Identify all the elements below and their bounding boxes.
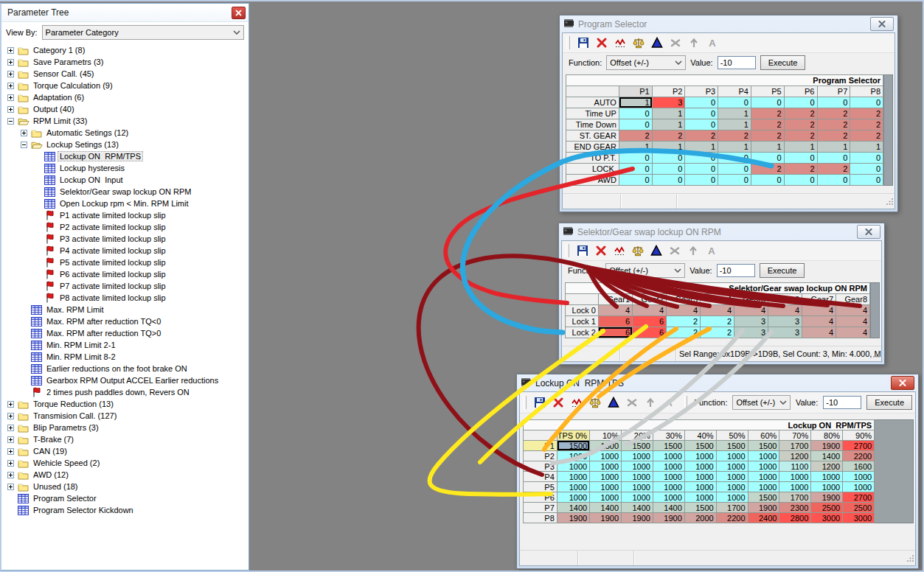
table-cell[interactable]: 1900 bbox=[811, 441, 843, 451]
delete-icon[interactable] bbox=[592, 243, 610, 258]
table-cell[interactable]: 2 bbox=[784, 108, 817, 119]
table-cell[interactable]: 1000 bbox=[684, 482, 716, 492]
tree-expander[interactable] bbox=[21, 130, 31, 136]
table-cell[interactable]: 1000 bbox=[557, 451, 589, 461]
tree-item[interactable]: Lockup ON RPM/TPS bbox=[1, 150, 249, 162]
table-cell[interactable]: 2 bbox=[619, 130, 652, 142]
table-cell[interactable]: 1000 bbox=[748, 482, 779, 492]
tree-expander[interactable] bbox=[7, 94, 18, 101]
table-cell[interactable]: 0 bbox=[718, 164, 751, 175]
tree-item[interactable]: Automatic Setings (12) bbox=[1, 127, 249, 139]
tree-item[interactable]: Program Selector Kickdown bbox=[1, 504, 249, 516]
value-input[interactable] bbox=[717, 264, 755, 277]
table-cell[interactable]: 2200 bbox=[716, 513, 748, 523]
table-cell[interactable]: 1000 bbox=[748, 451, 779, 461]
table-cell[interactable]: 1500 bbox=[557, 441, 589, 451]
table-cell[interactable]: 3000 bbox=[811, 513, 843, 523]
tree-expander[interactable] bbox=[7, 71, 18, 77]
table-cell[interactable]: 0 bbox=[718, 175, 751, 186]
tree-expander[interactable] bbox=[7, 484, 18, 490]
delete-icon[interactable] bbox=[593, 35, 611, 50]
view-by-dropdown[interactable]: Parameter Category bbox=[42, 25, 244, 40]
tree-item[interactable]: Program Selector bbox=[1, 492, 249, 504]
column-header[interactable]: Gear8 bbox=[836, 294, 870, 305]
table-cell[interactable]: 0 bbox=[817, 175, 850, 186]
execute-button[interactable]: Execute bbox=[760, 55, 806, 70]
table-cell[interactable]: 1 bbox=[619, 142, 652, 153]
tree-expander[interactable] bbox=[7, 83, 18, 89]
table-cell[interactable]: 1 bbox=[718, 108, 751, 119]
column-header[interactable]: P7 bbox=[817, 86, 850, 97]
table-cell[interactable]: 1500 bbox=[684, 503, 716, 513]
column-header[interactable]: P1 bbox=[619, 86, 652, 97]
table-cell[interactable]: 2 bbox=[701, 316, 734, 327]
table-cell[interactable]: 2 bbox=[817, 108, 850, 119]
table-cell[interactable]: 3000 bbox=[843, 513, 875, 523]
column-header[interactable]: P6 bbox=[784, 86, 817, 97]
tree-item[interactable]: Wehicle Speed (2) bbox=[1, 457, 249, 469]
column-header[interactable]: Gear4 bbox=[701, 294, 734, 305]
tree-item[interactable]: Min. RPM Limit 2-1 bbox=[1, 339, 249, 351]
table-cell[interactable]: 1500 bbox=[622, 441, 653, 451]
scales-icon[interactable] bbox=[629, 243, 647, 258]
table-cell[interactable]: 1 bbox=[817, 142, 850, 153]
row-header[interactable]: P7 bbox=[524, 503, 557, 513]
toolbar-grip[interactable] bbox=[524, 396, 527, 409]
table-cell[interactable]: 2 bbox=[751, 108, 784, 119]
tree-item[interactable]: T-Brake (7) bbox=[1, 433, 249, 445]
table-cell[interactable]: 1900 bbox=[748, 503, 779, 513]
row-header[interactable]: TO P.T. bbox=[566, 153, 619, 164]
table-cell[interactable]: 0 bbox=[685, 108, 718, 119]
table-cell[interactable]: 1900 bbox=[811, 492, 843, 503]
row-header[interactable]: P3 bbox=[524, 461, 557, 472]
vertical-scrollbar[interactable] bbox=[883, 74, 893, 186]
table-cell[interactable]: 1000 bbox=[716, 492, 748, 503]
table-cell[interactable]: 1000 bbox=[590, 461, 622, 472]
table-cell[interactable]: 1000 bbox=[622, 492, 653, 503]
row-header[interactable]: LOCK. bbox=[566, 164, 619, 175]
column-header[interactable]: Gear5 bbox=[734, 294, 768, 305]
table-cell[interactable]: 1 bbox=[652, 142, 685, 153]
table-cell[interactable]: 1000 bbox=[557, 482, 589, 492]
table-cell[interactable]: 2400 bbox=[748, 513, 779, 523]
column-header[interactable]: 90% bbox=[843, 430, 875, 441]
column-header[interactable]: Gear2 bbox=[633, 294, 667, 305]
tree-item[interactable]: Unused (18) bbox=[1, 481, 249, 492]
table-cell[interactable]: 2 bbox=[751, 164, 784, 175]
tree-item[interactable]: Torque Calculation (9) bbox=[1, 80, 249, 91]
table-cell[interactable]: 1000 bbox=[716, 482, 748, 492]
close-icon[interactable] bbox=[870, 17, 894, 31]
table-cell[interactable]: 0 bbox=[718, 153, 751, 164]
tree-expander[interactable] bbox=[7, 47, 18, 54]
table-cell[interactable]: 1700 bbox=[779, 492, 811, 503]
window-titlebar[interactable]: Program Selector bbox=[562, 15, 895, 32]
tree-item[interactable]: Save Parametrs (3) bbox=[1, 56, 249, 68]
tree-item[interactable]: P8 activate limited lockup slip bbox=[1, 292, 249, 304]
table-cell[interactable]: 2 bbox=[751, 130, 784, 142]
save-icon[interactable] bbox=[574, 35, 592, 50]
row-header[interactable]: P2 bbox=[524, 451, 557, 461]
table-cell[interactable]: 2000 bbox=[684, 513, 716, 523]
execute-button[interactable]: Execute bbox=[760, 263, 805, 278]
table-cell[interactable]: 6 bbox=[633, 316, 667, 327]
column-header[interactable]: P2 bbox=[652, 86, 685, 97]
table-cell[interactable]: 2 bbox=[718, 130, 751, 142]
window-titlebar[interactable]: Lockup ON RPM/TPS bbox=[519, 374, 916, 391]
delta-icon[interactable] bbox=[648, 35, 666, 50]
table-cell[interactable]: 2 bbox=[850, 108, 883, 119]
tree-item[interactable]: Lockup Setings (13) bbox=[1, 139, 249, 150]
table-cell[interactable]: 1500 bbox=[716, 441, 748, 451]
table-cell[interactable]: 3 bbox=[734, 327, 768, 338]
table-cell[interactable]: 1 bbox=[652, 119, 685, 130]
table-cell[interactable]: 1400 bbox=[622, 503, 653, 513]
tree-item[interactable]: RPM Limit (33) bbox=[1, 115, 249, 127]
table-cell[interactable]: 6 bbox=[599, 327, 633, 338]
table-cell[interactable]: 0 bbox=[817, 97, 850, 108]
tree-item[interactable]: Category 1 (8) bbox=[1, 44, 249, 56]
row-header[interactable]: P1 bbox=[524, 441, 557, 451]
table-cell[interactable]: 1900 bbox=[557, 513, 589, 523]
tree-item[interactable]: P1 activate limited lockup slip bbox=[1, 209, 249, 221]
table-cell[interactable]: 2 bbox=[817, 119, 850, 130]
row-header[interactable]: AWD bbox=[566, 175, 619, 186]
tree-item[interactable]: Min. RPM Limit 8-2 bbox=[1, 351, 249, 363]
